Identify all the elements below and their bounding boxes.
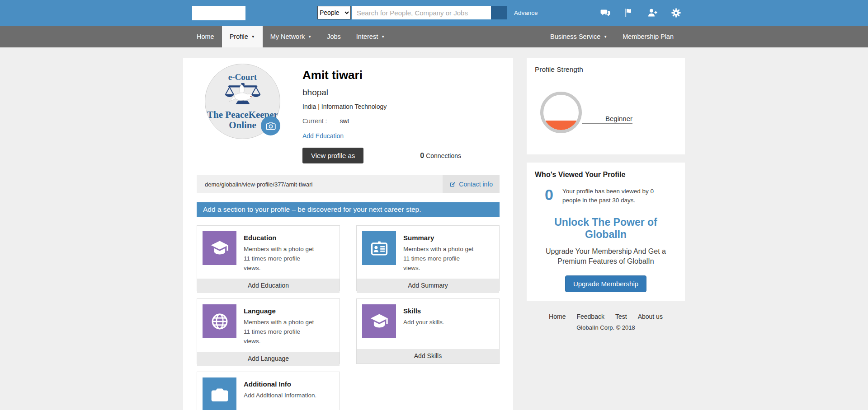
footer-link-feedback[interactable]: Feedback	[576, 313, 604, 320]
profile-strength-level-line: Beginner	[582, 115, 632, 124]
profile-meta: India | Information Technology	[302, 103, 500, 110]
nav-item-profile[interactable]: Profile▼	[222, 26, 263, 47]
card-title: Skills	[403, 307, 444, 315]
viewed-description: Your profile has been viewed by 0 people…	[562, 187, 669, 205]
camera-icon	[265, 121, 276, 131]
section-cards-grid: Education Members with a photo get 11 ti…	[197, 225, 500, 410]
gear-icon[interactable]	[671, 8, 681, 18]
user-plus-icon[interactable]	[647, 8, 658, 18]
nav-right-group: Business Service▼Membership Plan	[542, 26, 681, 47]
chevron-down-icon: ▼	[604, 35, 607, 39]
card-description: Members with a photo get 11 times more p…	[244, 318, 318, 346]
footer-link-test[interactable]: Test	[615, 313, 627, 320]
search-category-select[interactable]: People	[317, 6, 351, 19]
site-footer: HomeFeedbackTestAbout us GlobalIn Corp. …	[527, 313, 685, 331]
id-card-icon	[362, 231, 396, 265]
site-logo[interactable]	[192, 6, 245, 20]
card-title: Language	[244, 307, 318, 315]
chevron-down-icon: ▼	[381, 35, 385, 39]
profile-strength-title: Profile Strength	[535, 65, 677, 74]
nav-item-interest[interactable]: Interest▼	[349, 26, 392, 47]
card-language: Language Members with a photo get 11 tim…	[197, 298, 340, 364]
current-label: Current :	[302, 117, 327, 125]
add-education-link[interactable]: Add Education	[302, 132, 344, 140]
profile-url: demo/globalin/view-profile/377/amit-tiwa…	[197, 181, 312, 188]
card-description: Members with a photo get 11 times more p…	[244, 245, 318, 273]
unlock-heading: Unlock The Power of GlobalIn	[535, 216, 677, 241]
search-bar: People Advance	[317, 6, 538, 19]
flag-icon[interactable]	[624, 8, 634, 18]
footer-links: HomeFeedbackTestAbout us	[527, 313, 685, 320]
nav-item-my-network[interactable]: My Network▼	[263, 26, 319, 47]
card-title: Additional Info	[244, 380, 316, 388]
add-education-button[interactable]: Add Education	[197, 279, 340, 293]
chevron-down-icon: ▼	[308, 35, 311, 39]
card-education: Education Members with a photo get 11 ti…	[197, 225, 340, 291]
footer-link-about-us[interactable]: About us	[638, 313, 663, 320]
upgrade-membership-button[interactable]: Upgrade Membership	[565, 275, 646, 292]
whos-viewed-card: Who's Viewed Your Profile 0 Your profile…	[527, 163, 685, 301]
main-nav: HomeProfile▼My Network▼JobsInterest▼ Bus…	[0, 26, 868, 47]
whos-viewed-title: Who's Viewed Your Profile	[535, 171, 677, 179]
header-icon-group	[600, 8, 685, 18]
current-value: swt	[340, 117, 349, 125]
pencil-square-icon	[449, 181, 456, 188]
nav-left-group: HomeProfile▼My Network▼JobsInterest▼	[189, 26, 392, 47]
connections-count: 0Connections	[420, 152, 461, 160]
profile-current-row: Current :swt	[302, 117, 500, 125]
change-photo-button[interactable]	[261, 116, 280, 135]
avatar-text-line1: e-Court	[228, 72, 257, 82]
profile-main-column: e-Court	[183, 58, 513, 410]
profile-strength-fill	[543, 121, 579, 130]
nav-item-business-service[interactable]: Business Service▼	[542, 26, 615, 47]
profile-strength-gauge	[540, 92, 582, 133]
card-description: Add Additional Information.	[244, 391, 316, 401]
profile-name: Amit tiwari	[302, 68, 500, 82]
profile-city: bhopal	[302, 88, 500, 98]
search-input[interactable]	[352, 6, 491, 19]
scales-dove-logo	[223, 83, 262, 109]
add-summary-button[interactable]: Add Summary	[357, 279, 499, 293]
card-title: Summary	[403, 234, 478, 242]
view-profile-as-button[interactable]: View profile as	[302, 148, 363, 163]
viewed-count: 0	[545, 187, 553, 205]
contact-info-button[interactable]: Contact info	[443, 175, 500, 193]
top-header: People Advance	[0, 0, 868, 26]
add-section-banner: Add a section to your profile – be disco…	[197, 202, 500, 217]
chevron-down-icon: ▼	[251, 35, 255, 39]
footer-link-home[interactable]: Home	[549, 313, 566, 320]
search-button[interactable]	[491, 6, 507, 19]
card-additional-info: Additional Info Add Additional Informati…	[197, 372, 340, 410]
profile-strength-level: Beginner	[605, 115, 632, 122]
dove-beak	[250, 96, 251, 97]
card-description: Members with a photo get 11 times more p…	[403, 245, 478, 273]
globe-icon	[203, 304, 236, 338]
graduation-cap-icon	[203, 231, 236, 265]
profile-strength-card: Profile Strength Beginner	[527, 58, 685, 154]
camera-icon	[203, 377, 236, 410]
nav-item-membership-plan[interactable]: Membership Plan	[615, 26, 681, 47]
sidebar: Profile Strength Beginner Who's Viewed Y…	[527, 58, 685, 331]
profile-url-bar: demo/globalin/view-profile/377/amit-tiwa…	[197, 175, 500, 193]
card-skills: Skills Add your skills. Add Skills	[356, 298, 500, 364]
nav-item-home[interactable]: Home	[189, 26, 222, 47]
unlock-subtext: Upgrade Your Membership And Get a Premiu…	[543, 247, 669, 266]
profile-header-section: e-Court	[183, 58, 513, 175]
avatar-text-line3: Online	[229, 120, 256, 131]
graduation-cap-icon	[362, 304, 396, 338]
nav-item-jobs[interactable]: Jobs	[319, 26, 349, 47]
card-description: Add your skills.	[403, 318, 444, 327]
comments-icon[interactable]	[600, 8, 611, 18]
card-title: Education	[244, 234, 318, 242]
add-skills-button[interactable]: Add Skills	[357, 349, 499, 363]
add-language-button[interactable]: Add Language	[197, 352, 340, 366]
advance-search-link[interactable]: Advance	[514, 9, 538, 16]
card-summary: Summary Members with a photo get 11 time…	[356, 225, 500, 291]
copyright: GlobalIn Corp. © 2018	[527, 324, 685, 331]
